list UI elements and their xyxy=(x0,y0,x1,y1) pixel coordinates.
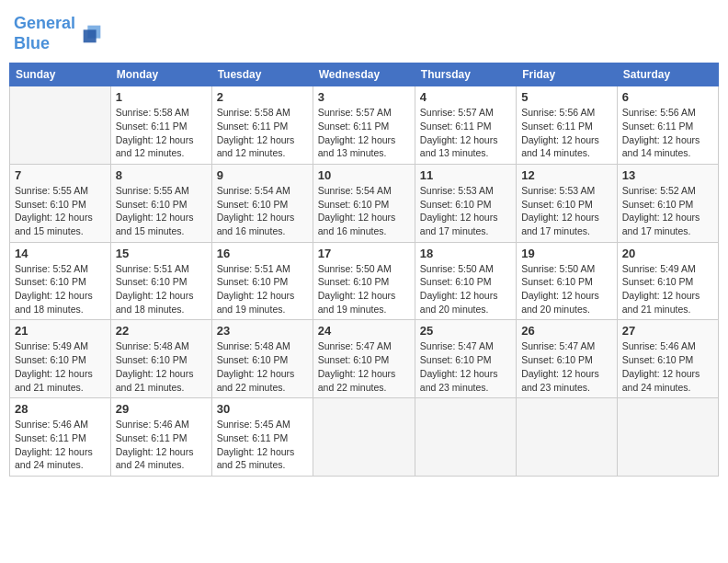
day-info: Sunrise: 5:57 AM Sunset: 6:11 PM Dayligh… xyxy=(420,106,511,160)
day-info: Sunrise: 5:54 AM Sunset: 6:10 PM Dayligh… xyxy=(217,184,308,238)
calendar-week-4: 21Sunrise: 5:49 AM Sunset: 6:10 PM Dayli… xyxy=(10,320,719,398)
day-number: 6 xyxy=(622,90,713,104)
day-header-saturday: Saturday xyxy=(617,63,718,86)
day-info: Sunrise: 5:46 AM Sunset: 6:11 PM Dayligh… xyxy=(116,418,207,472)
calendar-cell: 13Sunrise: 5:52 AM Sunset: 6:10 PM Dayli… xyxy=(617,164,718,242)
day-info: Sunrise: 5:58 AM Sunset: 6:11 PM Dayligh… xyxy=(116,106,207,160)
day-info: Sunrise: 5:53 AM Sunset: 6:10 PM Dayligh… xyxy=(420,184,511,238)
calendar-cell: 26Sunrise: 5:47 AM Sunset: 6:10 PM Dayli… xyxy=(517,320,618,398)
day-number: 28 xyxy=(15,402,106,416)
calendar-cell: 24Sunrise: 5:47 AM Sunset: 6:10 PM Dayli… xyxy=(313,320,415,398)
day-info: Sunrise: 5:47 AM Sunset: 6:10 PM Dayligh… xyxy=(521,339,612,394)
calendar-cell: 2Sunrise: 5:58 AM Sunset: 6:11 PM Daylig… xyxy=(211,86,313,165)
day-info: Sunrise: 5:47 AM Sunset: 6:10 PM Dayligh… xyxy=(420,339,511,394)
day-info: Sunrise: 5:49 AM Sunset: 6:10 PM Dayligh… xyxy=(622,262,713,316)
day-info: Sunrise: 5:52 AM Sunset: 6:10 PM Dayligh… xyxy=(622,184,713,238)
calendar-cell: 16Sunrise: 5:51 AM Sunset: 6:10 PM Dayli… xyxy=(211,242,313,320)
day-number: 1 xyxy=(116,90,207,104)
day-number: 14 xyxy=(15,247,106,260)
calendar-cell: 25Sunrise: 5:47 AM Sunset: 6:10 PM Dayli… xyxy=(415,320,516,398)
day-header-monday: Monday xyxy=(110,63,211,86)
logo-general: General xyxy=(14,14,75,32)
calendar-cell: 19Sunrise: 5:50 AM Sunset: 6:10 PM Dayli… xyxy=(517,242,618,320)
logo-text: General Blue xyxy=(14,14,75,53)
day-number: 15 xyxy=(116,247,207,260)
day-number: 16 xyxy=(217,247,308,260)
day-info: Sunrise: 5:47 AM Sunset: 6:10 PM Dayligh… xyxy=(318,339,410,394)
day-number: 12 xyxy=(521,168,612,182)
day-number: 4 xyxy=(420,90,511,104)
calendar-cell: 20Sunrise: 5:49 AM Sunset: 6:10 PM Dayli… xyxy=(617,242,718,320)
calendar-cell: 5Sunrise: 5:56 AM Sunset: 6:11 PM Daylig… xyxy=(517,86,618,165)
calendar-cell: 7Sunrise: 5:55 AM Sunset: 6:10 PM Daylig… xyxy=(10,164,111,242)
calendar-cell: 17Sunrise: 5:50 AM Sunset: 6:10 PM Dayli… xyxy=(313,242,415,320)
day-header-thursday: Thursday xyxy=(415,63,516,86)
day-number: 20 xyxy=(622,247,713,260)
day-info: Sunrise: 5:58 AM Sunset: 6:11 PM Dayligh… xyxy=(217,106,308,160)
day-number: 8 xyxy=(116,168,207,182)
calendar-table: SundayMondayTuesdayWednesdayThursdayFrid… xyxy=(9,63,719,477)
calendar-cell: 9Sunrise: 5:54 AM Sunset: 6:10 PM Daylig… xyxy=(211,164,313,242)
calendar-cell: 11Sunrise: 5:53 AM Sunset: 6:10 PM Dayli… xyxy=(415,164,516,242)
calendar-cell xyxy=(313,398,415,477)
day-header-friday: Friday xyxy=(517,63,618,86)
day-number: 23 xyxy=(217,324,308,338)
day-number: 17 xyxy=(318,247,410,260)
calendar-cell: 15Sunrise: 5:51 AM Sunset: 6:10 PM Dayli… xyxy=(110,242,211,320)
calendar-cell: 14Sunrise: 5:52 AM Sunset: 6:10 PM Dayli… xyxy=(10,242,111,320)
calendar-week-3: 14Sunrise: 5:52 AM Sunset: 6:10 PM Dayli… xyxy=(10,242,719,320)
day-number: 11 xyxy=(420,168,511,182)
day-info: Sunrise: 5:55 AM Sunset: 6:10 PM Dayligh… xyxy=(15,184,106,238)
day-number: 18 xyxy=(420,247,511,260)
day-number: 21 xyxy=(15,324,106,338)
day-number: 22 xyxy=(116,324,207,338)
day-info: Sunrise: 5:56 AM Sunset: 6:11 PM Dayligh… xyxy=(521,106,612,160)
day-header-sunday: Sunday xyxy=(10,63,111,86)
calendar-body: 1Sunrise: 5:58 AM Sunset: 6:11 PM Daylig… xyxy=(10,86,719,477)
calendar-cell: 21Sunrise: 5:49 AM Sunset: 6:10 PM Dayli… xyxy=(10,320,111,398)
day-number: 2 xyxy=(217,90,308,104)
day-number: 19 xyxy=(521,247,612,260)
logo-icon xyxy=(79,21,105,47)
logo-blue: Blue xyxy=(14,34,50,52)
day-info: Sunrise: 5:50 AM Sunset: 6:10 PM Dayligh… xyxy=(318,262,410,316)
calendar-cell xyxy=(617,398,718,477)
day-number: 24 xyxy=(318,324,410,338)
day-number: 26 xyxy=(521,324,612,338)
day-info: Sunrise: 5:49 AM Sunset: 6:10 PM Dayligh… xyxy=(15,339,106,394)
calendar-cell: 22Sunrise: 5:48 AM Sunset: 6:10 PM Dayli… xyxy=(110,320,211,398)
day-info: Sunrise: 5:45 AM Sunset: 6:11 PM Dayligh… xyxy=(217,418,308,472)
day-info: Sunrise: 5:48 AM Sunset: 6:10 PM Dayligh… xyxy=(116,339,207,394)
day-info: Sunrise: 5:56 AM Sunset: 6:11 PM Dayligh… xyxy=(622,106,713,160)
day-number: 30 xyxy=(217,402,308,416)
day-info: Sunrise: 5:50 AM Sunset: 6:10 PM Dayligh… xyxy=(420,262,511,316)
day-info: Sunrise: 5:50 AM Sunset: 6:10 PM Dayligh… xyxy=(521,262,612,316)
day-info: Sunrise: 5:46 AM Sunset: 6:11 PM Dayligh… xyxy=(15,418,106,472)
day-info: Sunrise: 5:48 AM Sunset: 6:10 PM Dayligh… xyxy=(217,339,308,394)
day-number: 7 xyxy=(15,168,106,182)
day-info: Sunrise: 5:46 AM Sunset: 6:10 PM Dayligh… xyxy=(622,339,713,394)
day-info: Sunrise: 5:55 AM Sunset: 6:10 PM Dayligh… xyxy=(116,184,207,238)
day-number: 5 xyxy=(521,90,612,104)
calendar-cell: 27Sunrise: 5:46 AM Sunset: 6:10 PM Dayli… xyxy=(617,320,718,398)
calendar-week-2: 7Sunrise: 5:55 AM Sunset: 6:10 PM Daylig… xyxy=(10,164,719,242)
day-info: Sunrise: 5:54 AM Sunset: 6:10 PM Dayligh… xyxy=(318,184,410,238)
calendar-cell: 10Sunrise: 5:54 AM Sunset: 6:10 PM Dayli… xyxy=(313,164,415,242)
day-header-tuesday: Tuesday xyxy=(211,63,313,86)
calendar-cell: 29Sunrise: 5:46 AM Sunset: 6:11 PM Dayli… xyxy=(110,398,211,477)
day-info: Sunrise: 5:53 AM Sunset: 6:10 PM Dayligh… xyxy=(521,184,612,238)
calendar-cell: 8Sunrise: 5:55 AM Sunset: 6:10 PM Daylig… xyxy=(110,164,211,242)
day-number: 3 xyxy=(318,90,410,104)
day-number: 27 xyxy=(622,324,713,338)
calendar-cell: 6Sunrise: 5:56 AM Sunset: 6:11 PM Daylig… xyxy=(617,86,718,165)
calendar-cell: 18Sunrise: 5:50 AM Sunset: 6:10 PM Dayli… xyxy=(415,242,516,320)
calendar-cell: 4Sunrise: 5:57 AM Sunset: 6:11 PM Daylig… xyxy=(415,86,516,165)
logo: General Blue xyxy=(14,14,105,53)
calendar-cell xyxy=(415,398,516,477)
day-number: 10 xyxy=(318,168,410,182)
day-info: Sunrise: 5:57 AM Sunset: 6:11 PM Dayligh… xyxy=(318,106,410,160)
day-number: 25 xyxy=(420,324,511,338)
calendar-cell xyxy=(10,86,111,165)
calendar-week-5: 28Sunrise: 5:46 AM Sunset: 6:11 PM Dayli… xyxy=(10,398,719,477)
day-number: 13 xyxy=(622,168,713,182)
